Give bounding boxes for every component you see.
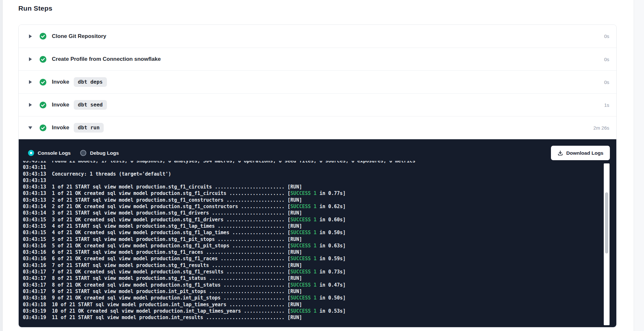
run-step-row[interactable]: Invoke dbt run 2m 26s	[19, 116, 616, 139]
log-status-success: SUCCESS 1	[290, 295, 317, 301]
log-text: 03:43:14 2 of 21 OK created sql view mod…	[23, 204, 290, 209]
log-text: in 0.59s]	[317, 256, 346, 262]
log-line: 03:43:17 8 of 21 START sql view model pr…	[23, 275, 616, 281]
log-text: 03:43:13	[23, 178, 46, 183]
log-status-success: SUCCESS 1	[290, 308, 317, 314]
step-duration: 2m 26s	[593, 125, 609, 131]
expander[interactable]	[28, 34, 33, 38]
success-check-icon	[40, 79, 46, 86]
step-name: Clone Git Repository	[52, 33, 106, 40]
log-text: 03:43:16 7 of 21 START sql view model pr…	[23, 262, 302, 268]
page-title: Run Steps	[18, 5, 617, 12]
debug-logs-radio[interactable]: Debug Logs	[80, 150, 119, 156]
caret-icon	[29, 57, 32, 61]
console-logs-label: Console Logs	[38, 150, 71, 156]
log-text: in 0.47s]	[317, 282, 346, 288]
log-line: 03:43:16 7 of 21 START sql view model pr…	[23, 262, 616, 269]
command-badge: dbt deps	[74, 77, 107, 87]
log-line: 03:43:16 6 of 21 OK created sql view mod…	[23, 255, 616, 262]
log-lines: 03:43:11 Found 21 models, 17 tests, 0 sn…	[23, 161, 616, 321]
log-text: in 0.53s]	[317, 308, 346, 314]
caret-icon	[29, 103, 32, 107]
download-icon	[557, 150, 563, 156]
log-line: 03:43:11 Found 21 models, 17 tests, 0 sn…	[23, 161, 616, 164]
expander[interactable]	[28, 57, 33, 61]
log-line: 03:43:15 4 of 21 START sql view model pr…	[23, 223, 616, 229]
log-text: 03:43:14 3 of 21 START sql view model pr…	[23, 210, 302, 216]
log-scrollbar[interactable]	[604, 163, 610, 325]
step-duration: 1s	[604, 102, 609, 108]
log-text: 03:43:15 4 of 21 START sql view model pr…	[23, 223, 302, 229]
log-status-success: SUCCESS 1	[290, 190, 317, 196]
run-step-row[interactable]: Clone Git Repository 0s	[19, 25, 616, 48]
log-status-success: SUCCESS 1	[290, 217, 317, 223]
log-status-success: SUCCESS 1	[290, 269, 317, 275]
expander[interactable]	[28, 80, 33, 84]
console-logs-radio[interactable]: Console Logs	[28, 150, 71, 156]
log-text: 03:43:13 1 of 21 START sql view model pr…	[23, 184, 302, 190]
log-text: 03:43:15 4 of 21 OK created sql view mod…	[23, 230, 290, 235]
log-text: 03:43:16 6 of 21 START sql view model pr…	[23, 249, 302, 255]
log-line: 03:43:14 3 of 21 START sql view model pr…	[23, 210, 616, 216]
log-panel: Console Logs Debug Logs Download Logs 03…	[19, 139, 616, 327]
log-line: 03:43:19 10 of 21 OK created sql view mo…	[23, 308, 616, 314]
log-status-success: SUCCESS 1	[290, 256, 317, 262]
expander[interactable]	[28, 126, 33, 129]
log-text: in 0.60s]	[317, 217, 346, 223]
log-status-success: SUCCESS 1	[290, 243, 317, 249]
log-text: in 0.50s]	[317, 230, 346, 235]
caret-icon	[29, 34, 32, 38]
radio-icon[interactable]	[28, 150, 34, 156]
log-scrollbar-thumb[interactable]	[605, 192, 608, 253]
log-line: 03:43:16 5 of 21 OK created sql view mod…	[23, 243, 616, 249]
log-line: 03:43:15 3 of 21 OK created sql view mod…	[23, 216, 616, 223]
log-line: 03:43:14 2 of 21 OK created sql view mod…	[23, 203, 616, 210]
log-text: 03:43:13 2 of 21 START sql view model pr…	[23, 197, 302, 203]
log-text: 03:43:11	[23, 164, 46, 170]
log-line: 03:43:18 10 of 21 START sql view model p…	[23, 301, 616, 308]
log-text: 03:43:19 11 of 21 START sql view model p…	[23, 315, 302, 320]
download-logs-label: Download Logs	[566, 150, 603, 156]
log-text: 03:43:18 9 of 21 OK created sql view mod…	[23, 295, 290, 301]
run-step-row[interactable]: Invoke dbt seed 1s	[19, 93, 616, 116]
caret-icon	[29, 80, 32, 84]
step-name: Invoke	[52, 124, 69, 131]
left-gutter	[0, 0, 3, 331]
log-line: 03:43:19 11 of 21 START sql view model p…	[23, 314, 616, 321]
log-text: 03:43:16 5 of 21 OK created sql view mod…	[23, 243, 290, 249]
log-line: 03:43:13 2 of 21 START sql view model pr…	[23, 197, 616, 203]
command-badge: dbt run	[74, 123, 104, 133]
log-text: in 0.73s]	[317, 269, 346, 275]
log-line: 03:43:15 5 of 21 START sql view model pr…	[23, 236, 616, 243]
log-text: 03:43:11 Found 21 models, 17 tests, 0 sn…	[23, 161, 415, 164]
log-status-success: SUCCESS 1	[290, 230, 317, 235]
log-text: 03:43:17 8 of 21 START sql view model pr…	[23, 275, 302, 281]
success-check-icon	[40, 124, 46, 131]
success-check-icon	[40, 102, 46, 108]
log-text: 03:43:15 3 of 21 OK created sql view mod…	[23, 217, 290, 223]
step-name: Invoke	[52, 102, 69, 108]
log-status-success: SUCCESS 1	[290, 282, 317, 288]
command-badge: dbt seed	[74, 100, 107, 110]
run-steps-card: Clone Git Repository 0s Create Profile f…	[18, 24, 617, 327]
step-name: Invoke	[52, 79, 69, 85]
step-name: Create Profile from Connection snowflake	[52, 56, 161, 62]
log-text: 03:43:15 5 of 21 START sql view model pr…	[23, 236, 302, 242]
log-text: 03:43:18 10 of 21 START sql view model p…	[23, 302, 302, 308]
radio-icon[interactable]	[80, 150, 86, 156]
download-logs-button[interactable]: Download Logs	[551, 146, 610, 160]
expander[interactable]	[28, 103, 33, 107]
console-log-output[interactable]: 03:43:11 Found 21 models, 17 tests, 0 sn…	[19, 161, 616, 327]
log-text: 03:43:16 6 of 21 OK created sql view mod…	[23, 256, 290, 262]
run-step-row[interactable]: Invoke dbt deps 0s	[19, 70, 616, 93]
caret-icon	[28, 126, 32, 129]
run-steps-list: Clone Git Repository 0s Create Profile f…	[19, 25, 616, 139]
success-check-icon	[40, 33, 46, 40]
log-line: 03:43:13 Concurrency: 1 threads (target=…	[23, 171, 616, 177]
log-text: 03:43:17 7 of 21 OK created sql view mod…	[23, 269, 290, 275]
log-toolbar: Console Logs Debug Logs Download Logs	[19, 139, 616, 161]
run-step-row[interactable]: Create Profile from Connection snowflake…	[19, 48, 616, 70]
log-text: 03:43:17 8 of 21 OK created sql view mod…	[23, 282, 290, 288]
log-line: 03:43:17 7 of 21 OK created sql view mod…	[23, 269, 616, 275]
log-line: 03:43:13 1 of 21 OK created sql view mod…	[23, 190, 616, 197]
